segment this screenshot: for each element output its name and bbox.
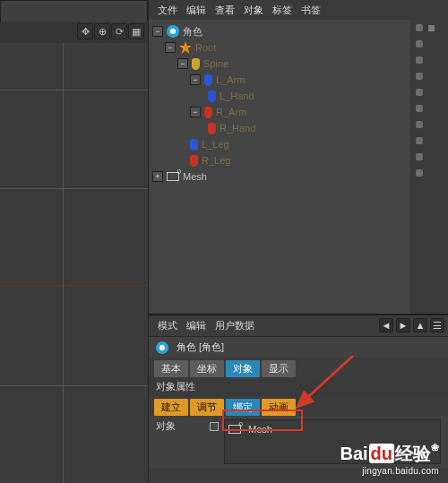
joint-icon [204, 107, 212, 118]
lock-button[interactable]: ☰ [430, 318, 444, 332]
tab-object[interactable]: 对象 [226, 360, 260, 377]
pan-icon[interactable]: ✥ [77, 23, 93, 39]
node-label[interactable]: Spine [203, 58, 228, 69]
menu-bookmark[interactable]: 书签 [301, 4, 321, 17]
node-label[interactable]: L_Hand [220, 91, 254, 101]
menu-view[interactable]: 查看 [215, 4, 235, 17]
attribute-manager-menu: 模式 编辑 用户数据 ◄ ► ▲ ☰ [149, 315, 448, 337]
highlight-box [222, 410, 303, 431]
tree-node-lhand: L_Hand [152, 88, 407, 104]
node-label[interactable]: Root [195, 42, 216, 53]
tab-basic[interactable]: 基本 [154, 360, 188, 377]
menu-file[interactable]: 文件 [158, 4, 177, 17]
tab-build[interactable]: 建立 [154, 399, 188, 416]
visibility-toggle[interactable] [416, 169, 423, 177]
tree-node-lleg: L_Leg [152, 136, 407, 152]
menu-tag[interactable]: 标签 [272, 4, 292, 17]
menu-object[interactable]: 对象 [244, 4, 263, 17]
visibility-toggle[interactable] [416, 153, 423, 160]
tab-display[interactable]: 显示 [262, 360, 296, 377]
joint-icon [208, 91, 216, 102]
visibility-toggle[interactable] [416, 40, 423, 47]
expander-icon[interactable]: − [190, 107, 201, 117]
tree-node-spine: − Spine [152, 56, 407, 72]
node-label[interactable]: 角色 [183, 25, 202, 39]
tree-node-rarm: − R_Arm [152, 104, 407, 120]
joint-icon [190, 139, 198, 151]
object-manager: 文件 编辑 查看 对象 标签 书签 − 角色 − Root [149, 0, 448, 314]
joint-icon [208, 123, 216, 134]
tree-node-mesh: + Mesh [152, 168, 407, 185]
joint-icon [192, 58, 200, 70]
expander-icon[interactable]: − [190, 74, 201, 85]
viewport[interactable]: ✥ ⊕ ⟳ ▦ [0, 0, 148, 483]
visibility-toggle[interactable] [416, 137, 423, 144]
visibility-toggle[interactable] [416, 56, 423, 64]
tree-node-root: − Root [152, 39, 407, 56]
camera-icon[interactable]: ▦ [128, 23, 144, 39]
mesh-icon [167, 172, 179, 181]
node-label[interactable]: L_Leg [202, 139, 229, 150]
visibility-toggle[interactable] [416, 73, 423, 80]
expander-icon[interactable]: − [165, 42, 176, 53]
menu-edit[interactable]: 编辑 [186, 319, 206, 332]
node-label[interactable]: R_Leg [202, 155, 230, 166]
object-flags-column [410, 20, 448, 314]
tree-node-larm: − L_Arm [152, 72, 407, 88]
tab-adjust[interactable]: 调节 [190, 399, 224, 416]
field-label: 对象 [156, 419, 210, 433]
section-header: 对象属性 [149, 377, 448, 396]
expander-icon[interactable]: − [177, 58, 188, 69]
expander-icon[interactable]: − [152, 26, 163, 37]
link-bullet-icon[interactable] [210, 422, 219, 431]
visibility-toggle[interactable] [416, 105, 423, 112]
joint-icon [204, 74, 212, 86]
node-label[interactable]: Mesh [183, 171, 207, 182]
node-label[interactable]: L_Arm [216, 74, 245, 85]
attribute-tab-row-1: 基本 坐标 对象 显示 [149, 358, 448, 377]
joint-icon [190, 155, 198, 167]
nav-fwd-button[interactable]: ► [396, 318, 410, 332]
character-icon [156, 341, 168, 354]
attribute-title: 角色 [角色] [177, 341, 224, 354]
menu-userdata[interactable]: 用户数据 [215, 319, 254, 332]
menu-mode[interactable]: 模式 [158, 319, 177, 332]
tab-coord[interactable]: 坐标 [190, 360, 224, 377]
tree-node-rleg: R_Leg [152, 152, 407, 168]
tree-node-character: − 角色 [152, 23, 407, 39]
viewport-nav-controls: ✥ ⊕ ⟳ ▦ [77, 23, 144, 39]
node-label[interactable]: R_Arm [216, 107, 246, 117]
object-manager-menu: 文件 编辑 查看 对象 标签 书签 [149, 0, 448, 22]
nav-up-button[interactable]: ▲ [413, 318, 427, 332]
zoom-icon[interactable]: ⊕ [94, 23, 110, 39]
root-icon [179, 41, 192, 54]
visibility-toggle[interactable] [416, 24, 423, 31]
layer-swatch[interactable] [428, 25, 435, 31]
watermark: Baidu经验❀ jingyan.baidu.com [340, 442, 439, 476]
visibility-toggle[interactable] [416, 89, 423, 96]
menu-edit[interactable]: 编辑 [186, 4, 206, 17]
hierarchy-tree[interactable]: − 角色 − Root − Spine [149, 20, 410, 188]
rotate-icon[interactable]: ⟳ [111, 23, 127, 39]
visibility-toggle[interactable] [416, 121, 423, 128]
character-icon [167, 25, 179, 38]
expander-icon[interactable]: + [152, 171, 163, 182]
node-label[interactable]: R_Hand [220, 123, 255, 134]
tree-node-rhand: R_Hand [152, 120, 407, 136]
nav-back-button[interactable]: ◄ [379, 318, 393, 332]
